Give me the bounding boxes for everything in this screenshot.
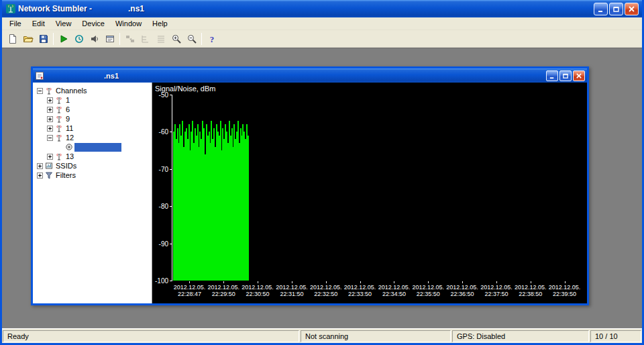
x-tick-label: 2012.12.05.22:36:50	[445, 284, 480, 297]
expand-tree-icon	[140, 34, 151, 44]
x-tick-mark	[565, 281, 566, 283]
zoom-in-icon	[171, 34, 182, 44]
menu-file[interactable]: File	[4, 18, 27, 29]
tree-item-channel-11[interactable]: 11	[33, 124, 152, 133]
y-tick-label: -100	[152, 278, 168, 285]
document-titlebar[interactable]: .ns1	[33, 68, 587, 83]
new-file-button[interactable]	[5, 32, 20, 46]
window-controls	[594, 3, 639, 15]
tree-item-ssids[interactable]: SSIDs	[33, 161, 152, 170]
help-button[interactable]: ?	[204, 32, 219, 46]
close-button[interactable]	[625, 3, 639, 15]
x-tick-time: 22:28:47	[172, 291, 207, 297]
x-tick-mark	[496, 281, 497, 283]
status-gps: GPS: Disabled	[452, 330, 589, 342]
app-titlebar[interactable]: Network Stumbler - .ns1	[2, 0, 642, 17]
tree-expand-icon[interactable]	[46, 126, 54, 132]
x-tick-date: 2012.12.05.	[480, 284, 514, 291]
x-tick-date: 2012.12.05.	[547, 284, 582, 291]
x-tick-date: 2012.12.05.	[411, 284, 445, 291]
tree-item-channel-6[interactable]: 6	[33, 105, 152, 114]
open-file-icon	[23, 34, 34, 44]
app-window: Network Stumbler - .ns1 FileEditViewDevi…	[0, 0, 644, 345]
menu-view[interactable]: View	[50, 18, 77, 29]
save-file-icon	[38, 34, 49, 44]
x-tick-label: 2012.12.05.22:31:50	[275, 284, 309, 297]
x-tick-date: 2012.12.05.	[445, 284, 480, 291]
save-file-button[interactable]	[36, 32, 51, 46]
y-tick-mark	[170, 281, 172, 281]
x-tick-mark	[531, 281, 531, 283]
x-tick-time: 22:31:50	[275, 291, 309, 297]
open-file-button[interactable]	[20, 32, 36, 46]
tree-item-label: 6	[64, 105, 71, 114]
document-minimize-button[interactable]	[546, 70, 558, 81]
start-scan-icon	[58, 34, 69, 44]
tree-item-channels[interactable]: Channels	[33, 86, 152, 95]
tree-item-channel-9[interactable]: 9	[33, 114, 152, 124]
toolbar: ?	[2, 30, 642, 48]
menu-window[interactable]: Window	[110, 18, 147, 29]
tree-expand-icon[interactable]	[36, 163, 44, 169]
tree-item-channel-12[interactable]: 12	[33, 133, 152, 142]
document-close-button[interactable]	[573, 70, 585, 81]
document-window[interactable]: .ns1 Channels169111213SSIDsFilters Signa…	[31, 66, 589, 305]
details-view-button	[153, 32, 168, 46]
y-tick-label: -50	[152, 92, 168, 99]
document-maximize-button[interactable]	[559, 70, 572, 81]
document-content: Channels169111213SSIDsFilters Signal/Noi…	[33, 83, 587, 303]
auto-reconfigure-icon	[74, 34, 85, 44]
start-scan-button[interactable]	[56, 32, 71, 46]
options-icon	[105, 34, 115, 44]
x-tick-date: 2012.12.05.	[241, 284, 275, 291]
x-tick-mark	[326, 281, 327, 283]
minimize-button[interactable]	[594, 3, 608, 15]
status-scanning: Not scanning	[301, 330, 451, 342]
tree-item-label	[74, 143, 121, 152]
new-file-icon	[7, 34, 18, 44]
tree-expand-icon[interactable]	[36, 172, 44, 179]
tree-item-channel-1[interactable]: 1	[33, 95, 152, 105]
auto-reconfigure-button[interactable]	[71, 32, 87, 46]
workspace: .ns1 Channels169111213SSIDsFilters Signa…	[2, 48, 642, 328]
options-button[interactable]	[102, 32, 117, 46]
ssid-icon	[44, 162, 53, 170]
x-tick-label: 2012.12.05.22:34:50	[377, 284, 411, 297]
tree-item-channel-13[interactable]: 13	[33, 152, 152, 161]
y-tick-mark	[170, 244, 172, 244]
tree-expand-icon[interactable]	[46, 97, 54, 103]
x-tick-mark	[292, 281, 292, 283]
tree-item-filters[interactable]: Filters	[33, 170, 152, 180]
maximize-button[interactable]	[609, 3, 623, 15]
x-tick-mark	[462, 281, 463, 283]
tree-collapse-icon[interactable]	[36, 88, 44, 94]
chart-bar	[248, 136, 249, 281]
status-bar: Ready Not scanning GPS: Disabled 10 / 10	[2, 328, 642, 343]
tree-item-selected-station[interactable]	[33, 142, 152, 152]
expand-tree-button	[138, 32, 153, 46]
menu-edit[interactable]: Edit	[27, 18, 50, 29]
signal-chart: Signal/Noise, dBm -50-60-70-80-90-100201…	[152, 83, 587, 303]
app-title-document: .ns1	[128, 4, 144, 13]
app-icon	[5, 3, 16, 14]
antenna-icon	[54, 105, 63, 113]
x-tick-date: 2012.12.05.	[207, 284, 241, 291]
toolbar-separator	[53, 33, 54, 45]
zoom-out-button[interactable]	[184, 32, 199, 46]
tree-item-label: Filters	[54, 171, 77, 180]
tree-item-label: 9	[64, 115, 71, 124]
x-tick-date: 2012.12.05.	[172, 284, 207, 291]
zoom-in-button[interactable]	[168, 32, 184, 46]
svg-text:?: ?	[209, 34, 214, 44]
enable-sound-button[interactable]	[87, 32, 102, 46]
menu-help[interactable]: Help	[147, 18, 173, 29]
ap-icon	[64, 143, 73, 151]
tree-collapse-icon[interactable]	[46, 135, 54, 141]
menu-device[interactable]: Device	[76, 18, 110, 29]
tree-expand-icon[interactable]	[46, 116, 54, 122]
x-tick-time: 22:36:50	[445, 291, 480, 297]
tree-expand-icon[interactable]	[46, 107, 54, 113]
tree-expand-icon[interactable]	[46, 154, 54, 160]
renumber-icon	[125, 34, 136, 44]
status-counter: 10 / 10	[590, 330, 641, 342]
